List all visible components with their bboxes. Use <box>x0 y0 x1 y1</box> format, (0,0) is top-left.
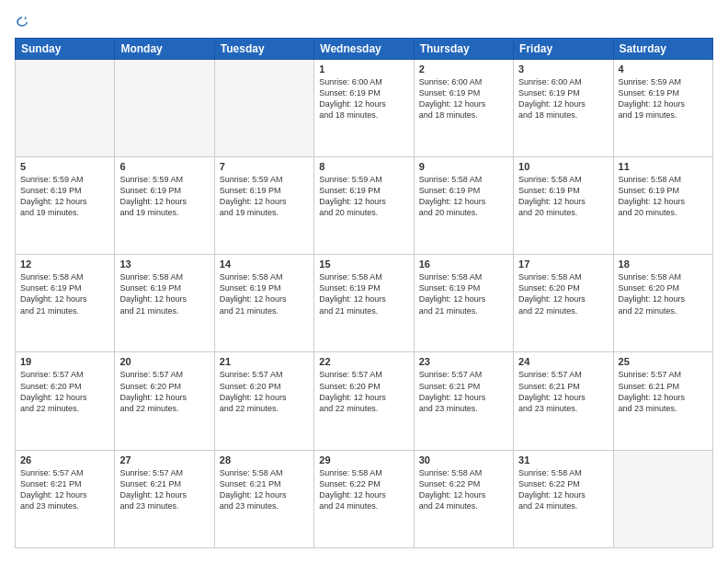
calendar-cell: 7Sunrise: 5:59 AM Sunset: 6:19 PM Daylig… <box>214 156 313 254</box>
cell-day-info: Sunrise: 5:58 AM Sunset: 6:22 PM Dayligh… <box>319 467 408 512</box>
calendar-cell: 28Sunrise: 5:58 AM Sunset: 6:21 PM Dayli… <box>214 450 313 547</box>
cell-day-number: 10 <box>518 161 608 172</box>
cell-day-number: 18 <box>619 259 708 270</box>
cell-day-number: 12 <box>20 259 109 270</box>
cell-day-info: Sunrise: 5:58 AM Sunset: 6:20 PM Dayligh… <box>518 271 608 316</box>
calendar-cell: 18Sunrise: 5:58 AM Sunset: 6:20 PM Dayli… <box>613 255 712 352</box>
cell-day-number: 29 <box>319 454 408 465</box>
calendar-cell: 15Sunrise: 5:58 AM Sunset: 6:19 PM Dayli… <box>314 255 414 352</box>
cell-day-info: Sunrise: 6:00 AM Sunset: 6:19 PM Dayligh… <box>319 76 408 121</box>
calendar-cell <box>613 450 712 547</box>
logo <box>15 15 28 29</box>
calendar-week-5: 26Sunrise: 5:57 AM Sunset: 6:21 PM Dayli… <box>16 450 713 547</box>
calendar-cell: 11Sunrise: 5:58 AM Sunset: 6:19 PM Dayli… <box>613 156 712 254</box>
day-header-sunday: Sunday <box>16 38 115 59</box>
calendar-cell: 21Sunrise: 5:57 AM Sunset: 6:20 PM Dayli… <box>214 352 313 450</box>
cell-day-info: Sunrise: 5:59 AM Sunset: 6:19 PM Dayligh… <box>619 76 708 121</box>
calendar-cell: 29Sunrise: 5:58 AM Sunset: 6:22 PM Dayli… <box>314 450 414 547</box>
cell-day-info: Sunrise: 5:57 AM Sunset: 6:20 PM Dayligh… <box>20 369 109 414</box>
cell-day-info: Sunrise: 5:58 AM Sunset: 6:19 PM Dayligh… <box>319 271 408 316</box>
cell-day-info: Sunrise: 5:57 AM Sunset: 6:21 PM Dayligh… <box>619 369 708 414</box>
cell-day-number: 22 <box>319 356 408 367</box>
cell-day-info: Sunrise: 5:58 AM Sunset: 6:19 PM Dayligh… <box>419 271 508 316</box>
calendar-cell: 4Sunrise: 5:59 AM Sunset: 6:19 PM Daylig… <box>613 59 712 156</box>
cell-day-number: 2 <box>419 63 508 75</box>
calendar-week-3: 12Sunrise: 5:58 AM Sunset: 6:19 PM Dayli… <box>16 255 713 352</box>
cell-day-number: 15 <box>319 259 408 270</box>
cell-day-number: 28 <box>220 454 309 465</box>
calendar-cell: 8Sunrise: 5:59 AM Sunset: 6:19 PM Daylig… <box>314 156 414 254</box>
calendar-cell: 20Sunrise: 5:57 AM Sunset: 6:20 PM Dayli… <box>115 352 214 450</box>
day-header-friday: Friday <box>514 38 613 59</box>
bird-icon <box>16 16 28 29</box>
calendar-cell: 16Sunrise: 5:58 AM Sunset: 6:19 PM Dayli… <box>414 255 513 352</box>
cell-day-number: 9 <box>419 161 508 172</box>
calendar-cell: 19Sunrise: 5:57 AM Sunset: 6:20 PM Dayli… <box>16 352 115 450</box>
cell-day-number: 30 <box>419 454 508 465</box>
cell-day-number: 23 <box>419 356 508 367</box>
cell-day-info: Sunrise: 5:58 AM Sunset: 6:19 PM Dayligh… <box>518 174 608 219</box>
calendar-cell: 10Sunrise: 5:58 AM Sunset: 6:19 PM Dayli… <box>514 156 613 254</box>
calendar-cell: 9Sunrise: 5:58 AM Sunset: 6:19 PM Daylig… <box>414 156 513 254</box>
calendar-cell: 25Sunrise: 5:57 AM Sunset: 6:21 PM Dayli… <box>613 352 712 450</box>
cell-day-info: Sunrise: 5:58 AM Sunset: 6:22 PM Dayligh… <box>419 467 508 512</box>
calendar-cell: 17Sunrise: 5:58 AM Sunset: 6:20 PM Dayli… <box>514 255 613 352</box>
calendar-cell: 31Sunrise: 5:58 AM Sunset: 6:22 PM Dayli… <box>514 450 613 547</box>
cell-day-number: 19 <box>20 356 109 367</box>
cell-day-number: 20 <box>119 356 209 367</box>
cell-day-number: 14 <box>220 259 309 270</box>
cell-day-info: Sunrise: 5:59 AM Sunset: 6:19 PM Dayligh… <box>319 174 408 219</box>
calendar-cell <box>214 59 313 156</box>
cell-day-number: 5 <box>20 161 109 172</box>
calendar-cell: 6Sunrise: 5:59 AM Sunset: 6:19 PM Daylig… <box>115 156 214 254</box>
cell-day-info: Sunrise: 5:57 AM Sunset: 6:21 PM Dayligh… <box>119 467 209 512</box>
logo-general <box>15 15 28 29</box>
calendar-cell: 2Sunrise: 6:00 AM Sunset: 6:19 PM Daylig… <box>414 59 513 156</box>
calendar-week-4: 19Sunrise: 5:57 AM Sunset: 6:20 PM Dayli… <box>16 352 713 450</box>
day-header-saturday: Saturday <box>613 38 712 59</box>
calendar-cell: 13Sunrise: 5:58 AM Sunset: 6:19 PM Dayli… <box>115 255 214 352</box>
cell-day-number: 17 <box>518 259 608 270</box>
calendar-cell: 22Sunrise: 5:57 AM Sunset: 6:20 PM Dayli… <box>314 352 414 450</box>
cell-day-info: Sunrise: 6:00 AM Sunset: 6:19 PM Dayligh… <box>419 76 508 121</box>
cell-day-info: Sunrise: 6:00 AM Sunset: 6:19 PM Dayligh… <box>518 76 608 121</box>
cell-day-info: Sunrise: 5:58 AM Sunset: 6:19 PM Dayligh… <box>220 271 309 316</box>
calendar-cell <box>115 59 214 156</box>
cell-day-number: 26 <box>20 454 109 465</box>
cell-day-info: Sunrise: 5:57 AM Sunset: 6:20 PM Dayligh… <box>220 369 309 414</box>
header <box>15 15 713 29</box>
cell-day-number: 27 <box>119 454 209 465</box>
cell-day-info: Sunrise: 5:57 AM Sunset: 6:20 PM Dayligh… <box>319 369 408 414</box>
cell-day-number: 8 <box>319 161 408 172</box>
cell-day-number: 24 <box>518 356 608 367</box>
day-header-monday: Monday <box>115 38 214 59</box>
cell-day-number: 31 <box>518 454 608 465</box>
calendar-table: SundayMondayTuesdayWednesdayThursdayFrid… <box>15 38 713 548</box>
cell-day-info: Sunrise: 5:58 AM Sunset: 6:20 PM Dayligh… <box>619 271 708 316</box>
cell-day-info: Sunrise: 5:58 AM Sunset: 6:22 PM Dayligh… <box>518 467 608 512</box>
cell-day-number: 4 <box>619 63 708 75</box>
calendar-week-1: 1Sunrise: 6:00 AM Sunset: 6:19 PM Daylig… <box>16 59 713 156</box>
cell-day-number: 13 <box>119 259 209 270</box>
cell-day-number: 21 <box>220 356 309 367</box>
cell-day-info: Sunrise: 5:59 AM Sunset: 6:19 PM Dayligh… <box>119 174 209 219</box>
cell-day-number: 3 <box>518 63 608 75</box>
calendar-cell: 23Sunrise: 5:57 AM Sunset: 6:21 PM Dayli… <box>414 352 513 450</box>
cell-day-info: Sunrise: 5:58 AM Sunset: 6:21 PM Dayligh… <box>220 467 309 512</box>
cell-day-info: Sunrise: 5:58 AM Sunset: 6:19 PM Dayligh… <box>119 271 209 316</box>
cell-day-info: Sunrise: 5:58 AM Sunset: 6:19 PM Dayligh… <box>619 174 708 219</box>
cell-day-info: Sunrise: 5:57 AM Sunset: 6:21 PM Dayligh… <box>518 369 608 414</box>
cell-day-number: 1 <box>319 63 408 75</box>
cell-day-info: Sunrise: 5:57 AM Sunset: 6:20 PM Dayligh… <box>119 369 209 414</box>
calendar-cell <box>16 59 115 156</box>
cell-day-info: Sunrise: 5:57 AM Sunset: 6:21 PM Dayligh… <box>20 467 109 512</box>
cell-day-number: 11 <box>619 161 708 172</box>
cell-day-number: 25 <box>619 356 708 367</box>
calendar-cell: 1Sunrise: 6:00 AM Sunset: 6:19 PM Daylig… <box>314 59 414 156</box>
cell-day-info: Sunrise: 5:59 AM Sunset: 6:19 PM Dayligh… <box>20 174 109 219</box>
calendar-cell: 26Sunrise: 5:57 AM Sunset: 6:21 PM Dayli… <box>16 450 115 547</box>
calendar-cell: 3Sunrise: 6:00 AM Sunset: 6:19 PM Daylig… <box>514 59 613 156</box>
calendar-cell: 12Sunrise: 5:58 AM Sunset: 6:19 PM Dayli… <box>16 255 115 352</box>
day-header-wednesday: Wednesday <box>314 38 414 59</box>
cell-day-number: 16 <box>419 259 508 270</box>
